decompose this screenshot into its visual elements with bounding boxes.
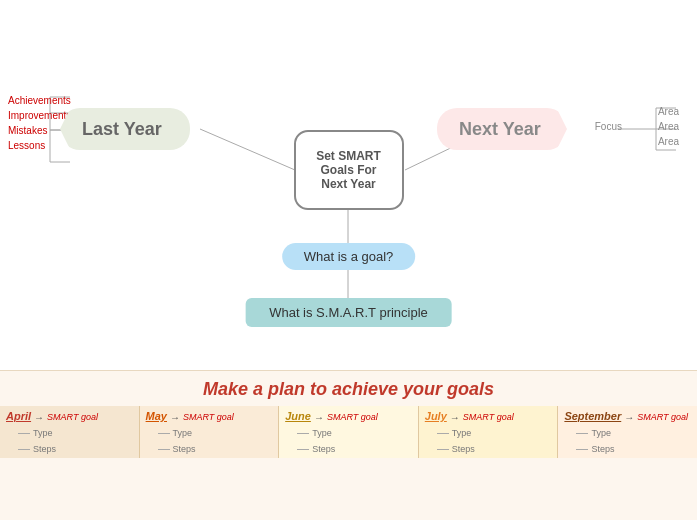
sub-item-row: Type bbox=[18, 428, 135, 438]
central-node: Set SMARTGoals ForNext Year bbox=[294, 130, 404, 210]
month-label-september: September bbox=[564, 410, 621, 422]
smart-goal-text: SMART goal bbox=[327, 412, 378, 422]
branch-achievements: Achievements bbox=[8, 95, 71, 106]
sub-items: TypeSteps bbox=[285, 428, 414, 454]
central-node-label: Set SMARTGoals ForNext Year bbox=[316, 149, 381, 191]
sub-item-line bbox=[297, 433, 309, 434]
sub-item-line bbox=[18, 433, 30, 434]
month-card-may: May→SMART goalTypeSteps bbox=[140, 406, 280, 458]
arrow-icon: → bbox=[170, 412, 180, 423]
sub-item-steps: Steps bbox=[591, 444, 614, 454]
sub-item-line bbox=[18, 449, 30, 450]
sub-item-row: Steps bbox=[158, 444, 275, 454]
what-is-goal-pill: What is a goal? bbox=[282, 243, 416, 270]
right-area-1: Area bbox=[658, 106, 679, 117]
month-label-row-2: June→SMART goal bbox=[285, 410, 414, 424]
last-year-node: Last Year bbox=[60, 108, 190, 150]
sub-item-row: Steps bbox=[18, 444, 135, 454]
smart-principle-pill: What is S.M.A.R.T principle bbox=[245, 298, 452, 327]
next-year-label: Next Year bbox=[459, 119, 541, 140]
month-card-september: September→SMART goalTypeSteps bbox=[558, 406, 697, 458]
sub-item-row: Type bbox=[158, 428, 275, 438]
month-label-row-4: September→SMART goal bbox=[564, 410, 693, 424]
branch-lessons: Lessons bbox=[8, 140, 71, 151]
month-label-row-1: May→SMART goal bbox=[146, 410, 275, 424]
mindmap-section: Achievements Improvements Mistakes Lesso… bbox=[0, 0, 697, 370]
sub-item-line bbox=[297, 449, 309, 450]
sub-item-steps: Steps bbox=[452, 444, 475, 454]
sub-items: TypeSteps bbox=[146, 428, 275, 454]
month-label-april: April bbox=[6, 410, 31, 422]
month-label-june: June bbox=[285, 410, 311, 422]
month-label-row-3: July→SMART goal bbox=[425, 410, 554, 424]
sub-item-row: Type bbox=[297, 428, 414, 438]
right-branches: Area Area Area bbox=[650, 100, 687, 153]
pill2-label: What is S.M.A.R.T principle bbox=[269, 305, 428, 320]
sub-items: TypeSteps bbox=[425, 428, 554, 454]
sub-item-row: Steps bbox=[576, 444, 693, 454]
focus-label: Focus bbox=[595, 121, 622, 132]
sub-item-row: Type bbox=[437, 428, 554, 438]
smart-goal-text: SMART goal bbox=[47, 412, 98, 422]
month-label-july: July bbox=[425, 410, 447, 422]
right-area-3: Area bbox=[658, 136, 679, 147]
sub-item-line bbox=[158, 449, 170, 450]
canvas: Achievements Improvements Mistakes Lesso… bbox=[0, 0, 697, 520]
sub-item-steps: Steps bbox=[312, 444, 335, 454]
sub-item-steps: Steps bbox=[173, 444, 196, 454]
month-card-april: April→SMART goalTypeSteps bbox=[0, 406, 140, 458]
month-card-june: June→SMART goalTypeSteps bbox=[279, 406, 419, 458]
sub-item-line bbox=[576, 433, 588, 434]
sub-item-type: Type bbox=[173, 428, 193, 438]
last-year-label: Last Year bbox=[82, 119, 162, 140]
bottom-section: Make a plan to achieve your goals April→… bbox=[0, 370, 697, 520]
sub-item-line bbox=[437, 433, 449, 434]
sub-items: TypeSteps bbox=[6, 428, 135, 454]
right-area-2: Area bbox=[658, 121, 679, 132]
sub-item-line bbox=[437, 449, 449, 450]
sub-item-row: Steps bbox=[437, 444, 554, 454]
arrow-icon: → bbox=[450, 412, 460, 423]
branch-improvements: Improvements bbox=[8, 110, 71, 121]
smart-goal-text: SMART goal bbox=[637, 412, 688, 422]
arrow-icon: → bbox=[34, 412, 44, 423]
month-label-may: May bbox=[146, 410, 167, 422]
pill1-label: What is a goal? bbox=[304, 249, 394, 264]
month-label-row-0: April→SMART goal bbox=[6, 410, 135, 424]
sub-item-type: Type bbox=[452, 428, 472, 438]
sub-item-steps: Steps bbox=[33, 444, 56, 454]
sub-item-row: Steps bbox=[297, 444, 414, 454]
arrow-icon: → bbox=[624, 412, 634, 423]
sub-item-type: Type bbox=[591, 428, 611, 438]
sub-item-row: Type bbox=[576, 428, 693, 438]
bottom-title: Make a plan to achieve your goals bbox=[0, 371, 697, 406]
sub-item-type: Type bbox=[312, 428, 332, 438]
sub-item-line bbox=[576, 449, 588, 450]
svg-line-0 bbox=[200, 129, 295, 170]
sub-item-line bbox=[158, 433, 170, 434]
month-row: April→SMART goalTypeStepsMay→SMART goalT… bbox=[0, 406, 697, 458]
smart-goal-text: SMART goal bbox=[463, 412, 514, 422]
sub-items: TypeSteps bbox=[564, 428, 693, 454]
month-card-july: July→SMART goalTypeSteps bbox=[419, 406, 559, 458]
sub-item-type: Type bbox=[33, 428, 53, 438]
smart-goal-text: SMART goal bbox=[183, 412, 234, 422]
next-year-node: Next Year bbox=[437, 108, 567, 150]
arrow-icon: → bbox=[314, 412, 324, 423]
